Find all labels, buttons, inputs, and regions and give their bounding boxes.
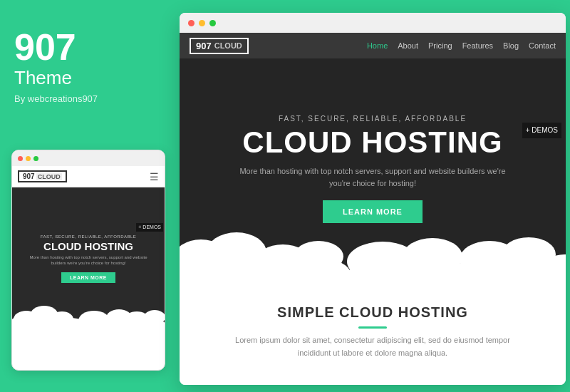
mobile-titlebar bbox=[12, 150, 165, 166]
nav-about[interactable]: About bbox=[398, 41, 418, 50]
desktop-plus-demos[interactable]: + DEMOS bbox=[522, 123, 561, 138]
nav-home[interactable]: Home bbox=[367, 41, 388, 50]
desktop-logo-number: 907 bbox=[196, 41, 212, 51]
left-panel: 907 Theme By webcreations907 907 CLOUD ☰… bbox=[0, 0, 177, 392]
mobile-learn-button[interactable]: LEARN MORE bbox=[61, 272, 115, 283]
nav-features[interactable]: Features bbox=[462, 41, 493, 50]
desktop-logo-cloud: CLOUD bbox=[214, 41, 242, 50]
desktop-dot-red bbox=[188, 20, 195, 26]
nav-blog[interactable]: Blog bbox=[503, 41, 519, 50]
mobile-logo-number: 907 bbox=[23, 172, 35, 180]
desktop-dot-yellow bbox=[199, 20, 205, 26]
desktop-bottom: SIMPLE CLOUD HOSTING Lorem ipsum dolor s… bbox=[180, 279, 566, 385]
mobile-dot-red bbox=[18, 156, 23, 161]
theme-author: By webcreations907 bbox=[14, 93, 162, 104]
nav-pricing[interactable]: Pricing bbox=[428, 41, 452, 50]
mobile-hero: FAST, SECURE, RELIABLE, AFFORDABLE CLOUD… bbox=[12, 187, 165, 330]
bottom-title: SIMPLE CLOUD HOSTING bbox=[277, 304, 468, 321]
mobile-plus-demos[interactable]: + DEMOS bbox=[136, 223, 163, 232]
hamburger-icon[interactable]: ☰ bbox=[150, 171, 159, 182]
desktop-logo: 907 CLOUD bbox=[190, 38, 249, 54]
desktop-hero-subtitle: FAST, SECURE, RELIABLE, AFFORDABLE bbox=[279, 115, 467, 123]
desktop-hero: FAST, SECURE, RELIABLE, AFFORDABLE CLOUD… bbox=[180, 58, 566, 279]
bottom-text: Lorem ipsum dolor sit amet, consectetur … bbox=[223, 334, 522, 359]
mobile-hero-title: CLOUD HOSTING bbox=[36, 241, 140, 253]
mobile-hero-subtitle: FAST, SECURE, RELIABLE, AFFORDABLE bbox=[41, 234, 137, 239]
desktop-dot-green bbox=[209, 20, 216, 26]
mobile-hero-desc: More than hosting with top notch servers… bbox=[12, 253, 165, 269]
mobile-mockup: 907 CLOUD ☰ FAST, SECURE, RELIABLE, AFFO… bbox=[11, 150, 165, 371]
svg-point-19 bbox=[403, 238, 462, 275]
svg-point-4 bbox=[51, 311, 73, 327]
svg-point-6 bbox=[78, 311, 110, 330]
bottom-divider bbox=[358, 326, 387, 329]
theme-label: Theme bbox=[14, 67, 162, 89]
mobile-dot-green bbox=[33, 156, 38, 161]
desktop-hero-title: CLOUD HOSTING bbox=[242, 127, 502, 158]
desktop-mockup: 907 CLOUD Home About Pricing Features Bl… bbox=[180, 13, 566, 385]
desktop-titlebar bbox=[180, 13, 566, 33]
desktop-hero-desc: More than hosting with top notch servers… bbox=[180, 165, 566, 189]
desktop-nav: Home About Pricing Features Blog Contact bbox=[367, 41, 556, 50]
svg-point-16 bbox=[294, 241, 343, 272]
mobile-dot-yellow bbox=[26, 156, 31, 161]
svg-point-10 bbox=[144, 310, 165, 324]
desktop-navbar: 907 CLOUD Home About Pricing Features Bl… bbox=[180, 33, 566, 58]
theme-number: 907 bbox=[14, 29, 162, 66]
mobile-logo: 907 CLOUD bbox=[18, 170, 67, 182]
mobile-logo-cloud: CLOUD bbox=[36, 173, 62, 180]
desktop-clouds bbox=[180, 215, 566, 279]
nav-contact[interactable]: Contact bbox=[529, 41, 556, 50]
mobile-navbar: 907 CLOUD ☰ bbox=[12, 166, 165, 187]
mobile-clouds bbox=[12, 298, 165, 330]
